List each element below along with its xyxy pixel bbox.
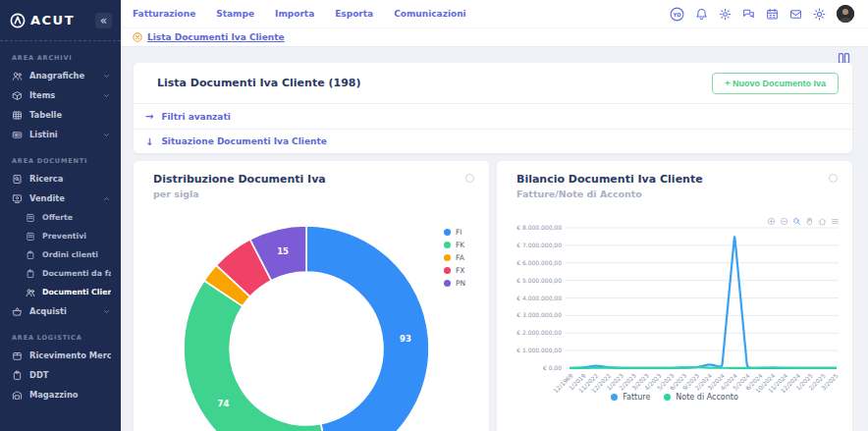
sidebar-item-ddt[interactable]: DDT	[0, 365, 121, 385]
topnav-link-importa[interactable]: Importa	[275, 9, 314, 19]
sidebar-section-label: AREA DOCUMENTI	[0, 144, 121, 169]
y-axis-tick-label: € 0,00	[543, 364, 562, 371]
series-line-note-di-acconto[interactable]	[570, 367, 836, 368]
legend-entry-fatture[interactable]: Fatture	[611, 393, 650, 402]
donut-slice-value: 74	[218, 399, 230, 408]
list-card-header: Lista Documenti Iva Cliente (198) + Nuov…	[134, 63, 852, 104]
topnav-link-esporta[interactable]: Esporta	[335, 9, 373, 19]
table-icon	[12, 110, 23, 121]
legend-label: Note di Acconto	[676, 393, 737, 402]
search-doc-icon	[12, 174, 23, 185]
sidebar-item-label: Tabelle	[29, 110, 111, 120]
zoom-out-icon[interactable]	[780, 217, 788, 226]
sidebar-item-ordini-clienti[interactable]: Ordini clienti	[0, 245, 121, 264]
sidebar-item-offerte[interactable]: Offerte	[0, 208, 121, 227]
home-icon[interactable]	[818, 217, 827, 226]
sidebar-section-label: AREA ARCHIVI	[0, 41, 121, 66]
close-circle-icon[interactable]	[133, 32, 142, 42]
chevron-down-icon	[102, 91, 111, 100]
donut-slice-FK[interactable]	[184, 281, 330, 431]
legend-label: FA	[456, 253, 464, 262]
y-axis-tick-label: € 6.000.000,00	[516, 259, 562, 266]
doc-icon	[26, 213, 35, 223]
sidebar-item-preventivi[interactable]: Preventivi	[0, 227, 121, 245]
zoom-select-icon[interactable]	[792, 217, 801, 226]
chevron-up-icon	[102, 194, 111, 203]
line-chart[interactable]: € 8.000.000,00€ 7.000.000,00€ 6.000.000,…	[497, 161, 849, 431]
users-icon	[26, 288, 35, 297]
chat-icon[interactable]	[742, 8, 755, 21]
calendar-icon[interactable]	[766, 8, 779, 21]
tab-lista-documenti-iva-cliente[interactable]: Lista Documenti Iva Cliente	[133, 32, 285, 42]
legend-entry-FI[interactable]: FI	[444, 228, 465, 237]
sidebar-item-tabelle[interactable]: Tabelle	[0, 105, 121, 125]
charts-row: 937415 Distribuzione Documenti Iva per s…	[134, 161, 852, 431]
list-card: Lista Documenti Iva Cliente (198) + Nuov…	[134, 63, 852, 153]
situazione-documenti-link[interactable]: ↓ Situazione Documenti Iva Cliente	[134, 129, 852, 153]
clipboard-icon	[26, 269, 35, 279]
refresh-spinner-icon	[465, 174, 474, 183]
sun-icon[interactable]	[813, 8, 826, 21]
legend-entry-FA[interactable]: FA	[444, 253, 465, 262]
sidebar-item-documenti-cliente[interactable]: Documenti Cliente	[0, 283, 121, 301]
sidebar-section-label: AREA LOGISTICA	[0, 321, 121, 346]
sidebar-collapse-button[interactable]: «	[95, 13, 112, 28]
refresh-spinner-icon	[829, 174, 838, 183]
sidebar-item-items[interactable]: Items	[0, 85, 121, 105]
chevron-down-icon	[102, 307, 111, 316]
sidebar-item-magazzino[interactable]: Magazzino	[0, 385, 121, 404]
legend-entry-FX[interactable]: FX	[444, 266, 465, 275]
sidebar-item-label: Preventivi	[42, 232, 111, 241]
sidebar-item-label: Items	[29, 90, 95, 100]
legend-dot	[444, 242, 451, 248]
sidebar-item-label: DDT	[29, 370, 111, 380]
legend-dot	[444, 229, 451, 236]
topbar: FatturazioneStampeImportaEsportaComunica…	[121, 0, 868, 27]
y-axis-tick-label: € 7.000.000,00	[516, 242, 562, 248]
topnav-link-stampe[interactable]: Stampe	[216, 9, 254, 19]
sidebar-item-ricerca[interactable]: Ricerca	[0, 169, 121, 189]
topnav-link-fatturazione[interactable]: Fatturazione	[133, 9, 195, 19]
sidebar-item-ricevimento-merci[interactable]: Ricevimento Merci	[0, 346, 121, 365]
top-navigation: FatturazioneStampeImportaEsportaComunica…	[133, 9, 466, 19]
sidebar-item-documenti-da-fatturare[interactable]: Documenti da fatturare	[0, 264, 121, 283]
donut-chart[interactable]: 937415	[134, 161, 489, 431]
pan-icon[interactable]	[805, 217, 814, 226]
doc-icon	[26, 232, 35, 242]
donut-chart-title: Distribuzione Documenti Iva	[153, 173, 326, 186]
sidebar-item-label: Listini	[29, 130, 95, 139]
page-title: Lista Documenti Iva Cliente (198)	[157, 77, 360, 89]
donut-slice-value: 93	[400, 334, 411, 344]
new-document-button[interactable]: + Nuovo Documento Iva	[712, 73, 839, 94]
line-chart-legend: FattureNote di Acconto	[497, 393, 852, 402]
box-icon	[12, 90, 23, 101]
line-chart-subtitle: Fatture/Note di Acconto	[516, 189, 642, 199]
legend-dot	[444, 267, 451, 274]
donut-chart-subtitle: per sigla	[153, 189, 199, 199]
legend-entry-FK[interactable]: FK	[444, 241, 465, 249]
series-line-fatture[interactable]	[570, 237, 836, 368]
zoom-in-icon[interactable]	[767, 217, 776, 226]
sidebar-item-label: Ordini clienti	[42, 250, 111, 259]
content-area: Lista Documenti Iva Cliente (198) + Nuov…	[121, 47, 868, 431]
menu-icon[interactable]	[831, 217, 840, 226]
bell-icon[interactable]	[695, 8, 708, 21]
topnav-link-comunicazioni[interactable]: Comunicazioni	[394, 9, 465, 19]
tab-strip: Lista Documenti Iva Cliente	[121, 27, 868, 47]
user-initials-badge[interactable]: YD	[670, 7, 684, 22]
sidebar-item-acquisti[interactable]: Acquisti	[0, 301, 121, 321]
mail-icon[interactable]	[789, 8, 802, 21]
legend-entry-PN[interactable]: PN	[444, 279, 465, 288]
donut-slice-FI[interactable]	[306, 226, 429, 431]
sidebar-item-listini[interactable]: Listini	[0, 125, 121, 144]
app-logo: ACUT	[10, 13, 75, 28]
y-axis-tick-label: € 8.000.000,00	[516, 224, 562, 231]
plot-toolbar	[767, 217, 840, 226]
app-root: ACUT « AREA ARCHIVIAnagraficheItemsTabel…	[0, 0, 868, 431]
legend-entry-note-di-acconto[interactable]: Note di Acconto	[664, 393, 737, 402]
sidebar-item-anagrafiche[interactable]: Anagrafiche	[0, 66, 121, 85]
gear-icon[interactable]	[719, 8, 732, 21]
sidebar-item-vendite[interactable]: Vendite	[0, 189, 121, 208]
advanced-filters-link[interactable]: → Filtri avanzati	[134, 104, 852, 129]
user-avatar[interactable]	[837, 5, 854, 23]
